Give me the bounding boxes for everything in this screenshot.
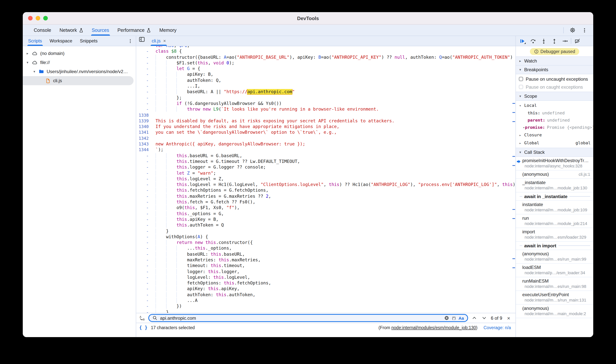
line-gutter[interactable]: - (136, 107, 154, 113)
section-call-stack[interactable]: ▾Call Stack (516, 148, 593, 157)
section-breakpoints[interactable]: ▾Breakpoints (516, 65, 593, 74)
line-gutter[interactable]: - (136, 54, 154, 60)
line-gutter[interactable]: - (136, 263, 154, 269)
origin-link[interactable]: node:internal/modules/esm/module_job:130 (392, 325, 476, 330)
line-gutter[interactable]: - (136, 205, 154, 211)
minimize-window-button[interactable] (36, 16, 40, 20)
line-gutter[interactable]: - (136, 153, 154, 159)
scope-variable[interactable]: ▸promise:Promise {<pending>} (516, 124, 593, 131)
regex-toggle-icon[interactable]: (*) (452, 316, 456, 320)
step-icon[interactable] (560, 37, 569, 45)
scope-group-closure[interactable]: ▸Closure (516, 131, 593, 139)
call-stack-frame[interactable]: (anonymous)node:internal/m…main_module:2 (516, 305, 593, 318)
main-tab-memory[interactable]: Memory (155, 25, 181, 36)
pretty-print-icon[interactable]: { } (139, 325, 147, 330)
line-gutter[interactable]: - (136, 188, 154, 194)
section-scope[interactable]: ▾Scope (516, 92, 593, 101)
line-gutter[interactable]: - (136, 72, 154, 78)
sidebar-tab-workspace[interactable]: Workspace (46, 36, 76, 46)
line-gutter[interactable]: - (136, 309, 154, 313)
line-gutter[interactable]: - (136, 246, 154, 251)
line-gutter[interactable]: - (136, 234, 154, 240)
line-gutter[interactable]: - (136, 95, 154, 101)
line-gutter[interactable]: - (136, 193, 154, 199)
checkbox-icon[interactable] (519, 85, 523, 89)
sidebar-tab-scripts[interactable]: Scripts (24, 36, 46, 46)
line-gutter[interactable]: 1343 (136, 141, 154, 147)
resume-script-icon[interactable] (518, 37, 527, 45)
call-stack-frame[interactable]: instantiatenode:internal/m…module_job:10… (516, 201, 593, 214)
line-gutter[interactable]: - (136, 182, 154, 188)
line-gutter[interactable]: - (136, 164, 154, 170)
main-tab-network[interactable]: Network (55, 25, 88, 36)
previous-match-icon[interactable] (471, 314, 478, 321)
scope-variable[interactable]: parent:undefined (516, 117, 593, 124)
line-gutter[interactable]: 1342 (136, 136, 154, 142)
checkbox-icon[interactable] (519, 77, 523, 81)
line-gutter[interactable]: - (136, 292, 154, 298)
close-search-icon[interactable]: × (505, 314, 512, 321)
zoom-window-button[interactable] (43, 16, 48, 20)
line-gutter[interactable]: - (136, 199, 154, 205)
main-tab-sources[interactable]: Sources (87, 25, 113, 36)
section-watch[interactable]: ▸Watch (516, 56, 593, 65)
line-gutter[interactable]: - (136, 304, 154, 310)
line-gutter[interactable]: - (136, 217, 154, 222)
line-gutter[interactable]: - (136, 211, 154, 217)
call-stack-frame[interactable]: (anonymous)cli.js:1 (516, 170, 593, 179)
call-stack-frame[interactable]: runMainESMnode:internal/m…es/run_main:98 (516, 277, 593, 291)
line-gutter[interactable]: 1339 (136, 118, 154, 124)
step-over-icon[interactable] (528, 37, 537, 45)
line-gutter[interactable]: - (136, 89, 154, 95)
line-gutter[interactable]: - (136, 257, 154, 263)
line-gutter[interactable]: - (136, 60, 154, 66)
call-stack-frame[interactable]: (anonymous)node:internal/m…es/run_main:9… (516, 250, 593, 264)
match-case-toggle-icon[interactable]: Aa (459, 316, 464, 320)
breakpoint-option[interactable]: Pause on uncaught exceptions (516, 75, 593, 83)
line-gutter[interactable]: 1340 (136, 124, 154, 130)
line-gutter[interactable]: - (136, 251, 154, 257)
tree-item-users-jinhuilee-nvm-versions-node-v2-[interactable]: ▾Users/jinhuilee/.nvm/versions/node/v2… (23, 67, 136, 76)
more-options-icon[interactable] (581, 27, 588, 34)
call-stack-frame[interactable]: executeUserEntryPointnode:internal/m…s/r… (516, 291, 593, 305)
line-gutter[interactable]: - (136, 280, 154, 286)
line-gutter[interactable]: - (136, 101, 154, 107)
editor-tab-clijs[interactable]: cli.js × (148, 36, 170, 46)
call-stack-frame[interactable]: loadESMnode:internal/p…/esm_loader:34 (516, 264, 593, 277)
search-input[interactable]: api.anthropic.com (*) Aa (148, 314, 468, 322)
line-gutter[interactable] (136, 46, 154, 49)
line-gutter[interactable]: - (136, 275, 154, 280)
line-gutter[interactable]: - (136, 298, 154, 304)
main-tab-console[interactable]: Console (29, 25, 55, 36)
step-into-icon[interactable] (539, 37, 548, 45)
replace-toggle-icon[interactable]: AB (139, 314, 145, 321)
line-gutter[interactable]: 1344 (136, 147, 154, 153)
call-stack-frame[interactable]: importnode:internal/m…esm/loader:329 (516, 228, 593, 242)
line-gutter[interactable]: 1338 (136, 112, 154, 118)
next-match-icon[interactable] (481, 314, 488, 321)
call-stack-frame[interactable]: _instantiatenode:internal/m…module_job:1… (516, 179, 593, 192)
line-gutter[interactable]: - (136, 222, 154, 228)
tree-item--no-domain-[interactable]: ▸(no domain) (23, 49, 136, 58)
line-gutter[interactable]: 1341 (136, 130, 154, 136)
line-gutter[interactable]: - (136, 170, 154, 176)
toggle-navigator-icon[interactable] (136, 36, 148, 43)
line-gutter[interactable]: - (136, 240, 154, 246)
navigator-more-icon[interactable] (127, 38, 134, 44)
line-gutter[interactable]: - (136, 49, 154, 54)
close-tab-icon[interactable]: × (163, 38, 166, 44)
deactivate-breakpoints-icon[interactable] (573, 37, 582, 45)
line-gutter[interactable]: - (136, 83, 154, 89)
call-stack-frame[interactable]: promiseInitHookWithDestroyTr…node:intern… (516, 157, 593, 170)
line-gutter[interactable]: - (136, 269, 154, 275)
code-area[interactable]: var Xs0, $F1;-class $8 {- constructor({b… (136, 46, 516, 313)
line-gutter[interactable]: - (136, 66, 154, 72)
scope-group-local[interactable]: ▾Local (516, 102, 593, 109)
line-gutter[interactable]: - (136, 176, 154, 182)
line-gutter[interactable]: - (136, 228, 154, 234)
line-gutter[interactable]: - (136, 286, 154, 292)
clear-search-icon[interactable] (444, 315, 449, 320)
scope-variable[interactable]: this:undefined (516, 109, 593, 117)
call-stack-frame[interactable]: runnode:internal/m…module_job:214 (516, 214, 593, 228)
close-window-button[interactable] (28, 16, 33, 20)
